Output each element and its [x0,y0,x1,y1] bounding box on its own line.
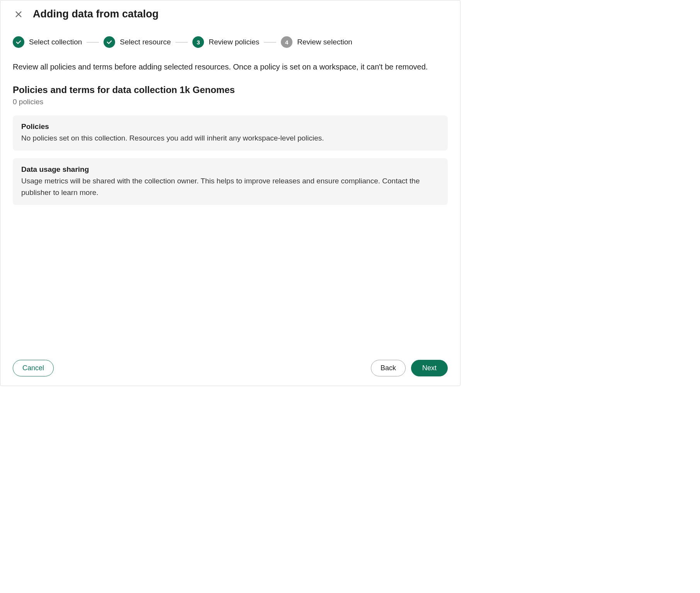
step-select-collection: Select collection [13,36,82,48]
card-text: No policies set on this collection. Reso… [21,132,439,144]
step-label: Review policies [209,38,259,46]
next-button[interactable]: Next [411,360,448,376]
step-select-resource: Select resource [104,36,171,48]
modal-body: Review all policies and terms before add… [0,57,460,352]
card-text: Usage metrics will be shared with the co… [21,175,439,198]
intro-text: Review all policies and terms before add… [13,61,448,73]
footer-right-group: Back Next [371,360,448,376]
stepper: Select collection Select resource 3 Revi… [0,24,460,57]
step-circle-active: 3 [192,36,204,48]
step-label: Review selection [297,38,352,46]
step-circle-done [104,36,115,48]
step-connector [264,42,276,42]
back-button[interactable]: Back [371,360,406,376]
modal-header: Adding data from catalog [0,0,460,24]
policies-card: Policies No policies set on this collect… [13,115,448,151]
step-circle-pending: 4 [281,36,292,48]
close-button[interactable] [13,8,24,20]
check-icon [106,39,113,46]
step-connector [87,42,99,42]
step-label: Select resource [120,38,171,46]
cancel-button[interactable]: Cancel [13,360,54,376]
step-connector [175,42,188,42]
modal-title: Adding data from catalog [33,8,159,20]
step-label: Select collection [29,38,82,46]
section-title: Policies and terms for data collection 1… [13,85,448,95]
policy-count: 0 policies [13,98,448,106]
close-icon [14,10,23,19]
step-review-selection: 4 Review selection [281,36,352,48]
add-data-modal: Adding data from catalog Select collecti… [0,0,460,386]
check-icon [15,39,22,46]
step-circle-done [13,36,24,48]
step-review-policies: 3 Review policies [192,36,259,48]
data-usage-card: Data usage sharing Usage metrics will be… [13,158,448,205]
modal-footer: Cancel Back Next [0,352,460,386]
card-title: Data usage sharing [21,165,439,174]
card-title: Policies [21,122,439,131]
